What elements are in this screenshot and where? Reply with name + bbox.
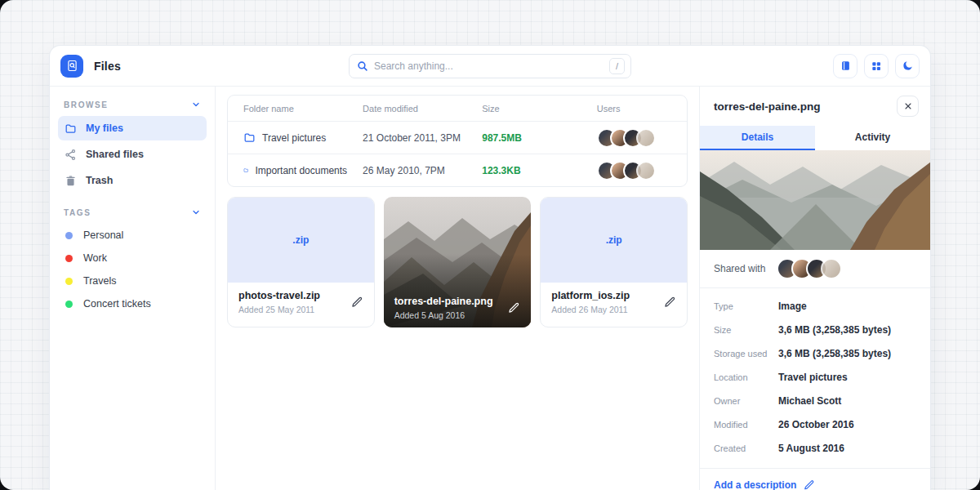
tags-section-label: TAGS <box>64 208 91 217</box>
zip-extension-label: .zip <box>292 234 309 246</box>
trash-icon <box>65 175 77 187</box>
grid-view-button[interactable] <box>864 54 889 78</box>
tab-details[interactable]: Details <box>700 126 815 150</box>
search-shortcut-key: / <box>609 58 625 74</box>
date-modified: 26 May 2010, 7PM <box>363 165 445 176</box>
tag-color-dot <box>65 232 73 239</box>
detail-row-owner: Owner Michael Scott <box>714 389 916 412</box>
file-added-date: Added 5 Aug 2016 <box>394 310 521 320</box>
folder-size: 123.3KB <box>482 165 520 176</box>
tag-concert-tickets[interactable]: Concert tickets <box>58 292 207 315</box>
file-card-torres-del-paine[interactable]: torres-del-paine.png Added 5 Aug 2016 <box>384 197 532 327</box>
files-app-window: Files / <box>49 45 931 490</box>
sidebar-item-shared-files[interactable]: Shared files <box>58 142 207 167</box>
user-avatars <box>597 161 656 180</box>
detail-label: Size <box>714 325 778 335</box>
dark-mode-moon-icon <box>902 60 914 72</box>
detail-row-location: Location Travel pictures <box>714 365 916 389</box>
tag-work[interactable]: Work <box>58 247 207 270</box>
file-name: platform_ios.zip <box>551 290 676 301</box>
browse-section-label: BROWSE <box>64 100 109 109</box>
folder-name: Travel pictures <box>262 132 326 144</box>
tag-label: Personal <box>83 229 123 241</box>
detail-value: Travel pictures <box>778 372 848 383</box>
detail-label: Owner <box>714 396 778 406</box>
top-bar: Files / <box>50 46 930 87</box>
zip-preview: .zip <box>228 198 374 283</box>
detail-label: Modified <box>714 420 778 430</box>
column-header: Users <box>581 104 687 114</box>
detail-row-created: Created 5 August 2016 <box>714 436 916 460</box>
tag-personal[interactable]: Personal <box>58 224 207 247</box>
tag-label: Work <box>83 252 107 264</box>
chevron-down-icon[interactable] <box>191 100 201 109</box>
grid-view-icon <box>871 60 882 72</box>
shared-avatars <box>777 258 842 279</box>
details-panel: torres-del-paine.png Details Activity <box>699 87 930 490</box>
tab-activity[interactable]: Activity <box>815 126 930 150</box>
folder-size: 987.5MB <box>482 132 522 144</box>
detail-row-storage-used: Storage used 3,6 MB (3,258,385 bytes) <box>714 341 916 365</box>
edit-pencil-icon <box>804 479 815 490</box>
tag-travels[interactable]: Travels <box>58 270 207 292</box>
avatar <box>636 161 656 180</box>
detail-label: Created <box>714 443 778 453</box>
detail-row-type: Type Image <box>714 294 916 318</box>
page-background: Files / <box>0 0 980 490</box>
app-logo-icon <box>60 55 83 78</box>
file-added-date: Added 26 May 2011 <box>551 305 676 314</box>
folder-icon <box>65 122 77 135</box>
chevron-down-icon[interactable] <box>191 207 201 217</box>
close-panel-button[interactable] <box>897 96 919 117</box>
user-avatars <box>597 128 656 148</box>
edit-pencil-icon[interactable] <box>664 296 676 309</box>
file-preview-image <box>700 150 930 250</box>
column-header: Size <box>466 104 581 114</box>
detail-value: 3,6 MB (3,258,385 bytes) <box>778 348 891 359</box>
tag-color-dot <box>65 278 73 285</box>
add-description-label: Add a description <box>714 479 796 490</box>
share-icon <box>65 149 77 161</box>
dark-mode-button[interactable] <box>895 54 920 78</box>
table-row[interactable]: Important documents 26 May 2010, 7PM 123… <box>228 154 687 186</box>
file-card-photos-travel[interactable]: .zip photos-travel.zip Added 25 May 2011 <box>227 197 375 327</box>
main-content: Folder name Date modified Size Users Tra… <box>216 87 699 490</box>
shared-with-label: Shared with <box>714 263 765 274</box>
shared-with-row: Shared with <box>700 250 930 288</box>
sidebar-item-trash[interactable]: Trash <box>58 168 207 193</box>
sidebar-item-label: Shared files <box>86 149 144 160</box>
detail-label: Location <box>714 372 778 382</box>
file-name: torres-del-paine.png <box>394 296 521 307</box>
sidebar-item-label: My files <box>86 122 123 134</box>
edit-pencil-icon[interactable] <box>508 302 520 314</box>
file-name: photos-travel.zip <box>238 290 363 301</box>
zip-preview: .zip <box>541 198 687 283</box>
column-header: Folder name <box>228 104 347 114</box>
avatar <box>821 258 842 279</box>
table-row[interactable]: Travel pictures 21 October 2011, 3PM 987… <box>228 121 687 154</box>
file-card-platform-ios[interactable]: .zip platform_ios.zip Added 26 May 2011 <box>540 197 688 327</box>
tag-label: Concert tickets <box>83 298 151 310</box>
detail-row-size: Size 3,6 MB (3,258,385 bytes) <box>714 318 916 341</box>
panel-tabs: Details Activity <box>700 126 930 150</box>
detail-value: 26 October 2016 <box>778 419 854 430</box>
add-description-button[interactable]: Add a description <box>700 469 930 490</box>
close-icon <box>903 101 913 111</box>
detail-value: Michael Scott <box>778 395 841 407</box>
search-icon <box>357 60 368 72</box>
panel-file-title: torres-del-paine.png <box>714 100 821 113</box>
file-added-date: Added 25 May 2011 <box>238 305 363 314</box>
edit-pencil-icon[interactable] <box>351 296 363 309</box>
file-details-list: Type Image Size 3,6 MB (3,258,385 bytes)… <box>700 288 930 469</box>
search-input[interactable] <box>374 60 609 72</box>
search-bar[interactable]: / <box>349 54 631 78</box>
zip-extension-label: .zip <box>606 234 622 246</box>
folder-icon <box>243 131 256 144</box>
sidebar: BROWSE My files Shared files <box>50 87 216 490</box>
tag-color-dot <box>65 255 73 262</box>
tag-color-dot <box>65 301 73 308</box>
detail-label: Type <box>714 301 778 311</box>
detail-row-modified: Modified 26 October 2016 <box>714 412 916 436</box>
sidebar-item-my-files[interactable]: My files <box>58 116 207 140</box>
book-button[interactable] <box>833 54 858 78</box>
